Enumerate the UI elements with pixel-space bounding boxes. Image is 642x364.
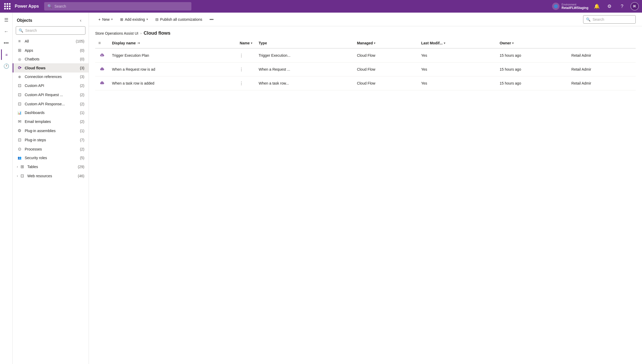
row-icon-cell-1: ⟳ <box>95 48 109 63</box>
add-existing-button[interactable]: ⊞ Add existing ▾ <box>117 16 151 23</box>
notifications-button[interactable]: 🔔 <box>593 2 601 11</box>
sidebar-search-input[interactable] <box>25 28 83 33</box>
sidebar-label-processes: Processes <box>25 147 77 151</box>
col-header-owner[interactable]: Owner ▾ <box>496 38 568 48</box>
sidebar-count-chatbots: (0) <box>80 57 84 61</box>
environment-icon: 🌐 <box>552 3 559 10</box>
global-search-input[interactable] <box>54 4 188 8</box>
row-owner-1: Retail Admir <box>568 48 636 63</box>
more-actions-button[interactable]: ••• <box>206 16 217 23</box>
apps-icon: ⊞ <box>17 48 22 53</box>
email-templates-icon: ✉ <box>17 119 22 124</box>
row-menu-3[interactable]: ⋮ <box>237 76 256 90</box>
add-existing-icon: ⊞ <box>120 17 123 22</box>
sidebar-item-all[interactable]: ≡ All (105) <box>13 37 89 46</box>
last-modified-sort-icon: ▾ <box>444 41 445 45</box>
row-display-name-1: Trigger Execution Plan <box>109 48 237 63</box>
settings-button[interactable]: ⚙ <box>605 2 614 11</box>
sidebar-item-custom-api[interactable]: ⊡ Custom API (2) <box>13 81 89 90</box>
sidebar-collapse-button[interactable]: ‹ <box>77 17 84 24</box>
sidebar-item-email-templates[interactable]: ✉ Email templates (2) <box>13 117 89 126</box>
help-button[interactable]: ? <box>618 2 626 11</box>
sidebar-count-custom-api: (2) <box>80 84 84 88</box>
sidebar-item-chatbots[interactable]: ◎ Chatbots (0) <box>13 55 89 63</box>
sidebar-item-tables[interactable]: › ⊞ Tables (29) <box>13 162 89 171</box>
col-header-display-name[interactable]: Display name ↑▾ <box>109 38 237 48</box>
sidebar-item-plugin-steps[interactable]: ⊡ Plug-in steps (7) <box>13 135 89 144</box>
sidebar-header: Objects ‹ <box>13 13 89 26</box>
row-context-menu-1[interactable]: ⋮ <box>238 52 245 59</box>
table-row[interactable]: ⟳ Trigger Execution Plan ⋮ Trigger Execu… <box>95 48 636 63</box>
main-body: ☰ ← ••• ≡ 🕐 Objects ‹ 🔍 ≡ All (105) ⊞ Ap… <box>0 13 642 364</box>
row-owner-3: Retail Admir <box>568 76 636 90</box>
sidebar-label-plugin-steps: Plug-in steps <box>25 138 77 142</box>
breadcrumb-current: Cloud flows <box>144 30 170 36</box>
environment-selector[interactable]: 🌐 Environment RetailFLWStaging <box>552 3 588 10</box>
row-managed-3: Yes <box>418 76 496 90</box>
col-header-name[interactable]: Name ▾ <box>237 38 256 48</box>
col-header-managed[interactable]: Managed ▾ <box>354 38 418 48</box>
sidebar-item-processes[interactable]: ⊙ Processes (2) <box>13 144 89 154</box>
row-name-3: When a task row... <box>256 76 354 90</box>
publish-icon: ⊟ <box>155 17 159 22</box>
sidebar-item-dashboards[interactable]: 📊 Dashboards (1) <box>13 108 89 117</box>
sidebar-count-plugin-assemblies: (1) <box>80 129 84 133</box>
sidebar-count-custom-api-response: (2) <box>80 102 84 106</box>
toolbar-search-input[interactable] <box>593 17 629 22</box>
row-context-menu-3[interactable]: ⋮ <box>238 80 245 87</box>
rail-menu-icon[interactable]: ☰ <box>1 15 12 25</box>
app-grid-icon[interactable] <box>3 2 12 11</box>
sidebar-label-apps: Apps <box>25 48 77 53</box>
sidebar: Objects ‹ 🔍 ≡ All (105) ⊞ Apps (0) ◎ Cha… <box>13 13 89 364</box>
web-resources-expand-icon[interactable]: › <box>17 174 18 178</box>
environment-name: RetailFLWStaging <box>562 6 588 10</box>
sidebar-item-apps[interactable]: ⊞ Apps (0) <box>13 46 89 55</box>
owner-sort-icon: ▾ <box>512 41 514 45</box>
breadcrumb-parent[interactable]: Store Operations Assist UI <box>95 31 138 35</box>
sidebar-item-custom-api-response[interactable]: ⊡ Custom API Response... (2) <box>13 99 89 108</box>
sidebar-item-web-resources[interactable]: › ⊡ Web resources (46) <box>13 171 89 180</box>
sidebar-count-custom-api-request: (2) <box>80 93 84 97</box>
select-all-header[interactable]: ≡ <box>95 38 109 48</box>
col-header-last-modified[interactable]: Last Modif... ▾ <box>418 38 496 48</box>
rail-objects-icon[interactable]: ≡ <box>1 49 12 60</box>
name-sort-icon: ▾ <box>251 41 252 45</box>
col-header-type: Type <box>256 38 354 48</box>
sidebar-label-all: All <box>25 39 73 43</box>
sidebar-item-security-roles[interactable]: 👥 Security roles (5) <box>13 154 89 162</box>
row-last-modified-2: 15 hours ago <box>496 63 568 76</box>
global-search-bar[interactable]: 🔍 <box>44 2 191 11</box>
content-toolbar: + New ▾ ⊞ Add existing ▾ ⊟ Publish all c… <box>89 13 642 26</box>
sidebar-count-apps: (0) <box>80 48 84 53</box>
row-last-modified-1: 15 hours ago <box>496 48 568 63</box>
sidebar-search-box[interactable]: 🔍 <box>16 26 85 35</box>
row-menu-2[interactable]: ⋮ <box>237 63 256 76</box>
row-display-name-2: When a Request row is ad <box>109 63 237 76</box>
sidebar-count-security-roles: (5) <box>80 156 84 160</box>
rail-history-icon[interactable]: 🕐 <box>1 61 12 71</box>
table-row[interactable]: When a task row is added ⋮ When a task r… <box>95 76 636 90</box>
sidebar-item-cloud-flows[interactable]: ⟳ Cloud flows (3) <box>13 63 89 72</box>
sidebar-item-custom-api-request[interactable]: ⊡ Custom API Request ... (2) <box>13 90 89 99</box>
dashboards-icon: 📊 <box>17 111 22 115</box>
row-menu-1[interactable]: ⋮ <box>237 48 256 63</box>
tables-expand-icon[interactable]: › <box>17 165 18 169</box>
new-button[interactable]: + New ▾ <box>95 15 116 23</box>
rail-more-icon[interactable]: ••• <box>1 38 12 48</box>
sidebar-item-plugin-assemblies[interactable]: ⚙ Plug-in assemblies (1) <box>13 126 89 135</box>
sidebar-count-all: (105) <box>76 39 84 43</box>
row-managed-1: Yes <box>418 48 496 63</box>
user-avatar[interactable]: IK <box>630 2 639 11</box>
toolbar-search-box[interactable]: 🔍 <box>583 15 636 24</box>
publish-button[interactable]: ⊟ Publish all customizations <box>152 16 205 23</box>
sidebar-count-dashboards: (1) <box>80 111 84 115</box>
sidebar-item-connection-references[interactable]: ⊕ Connection references (3) <box>13 72 89 81</box>
row-context-menu-2[interactable]: ⋮ <box>238 66 245 73</box>
rail-back-icon[interactable]: ← <box>1 26 12 37</box>
row-type-2: Cloud Flow <box>354 63 418 76</box>
table-row[interactable]: When a Request row is ad ⋮ When a Reques… <box>95 63 636 76</box>
connection-refs-icon: ⊕ <box>17 75 22 79</box>
custom-api-icon: ⊡ <box>17 83 22 88</box>
row-owner-2: Retail Admir <box>568 63 636 76</box>
sidebar-items-list: ≡ All (105) ⊞ Apps (0) ◎ Chatbots (0) ⟳ … <box>13 37 89 364</box>
